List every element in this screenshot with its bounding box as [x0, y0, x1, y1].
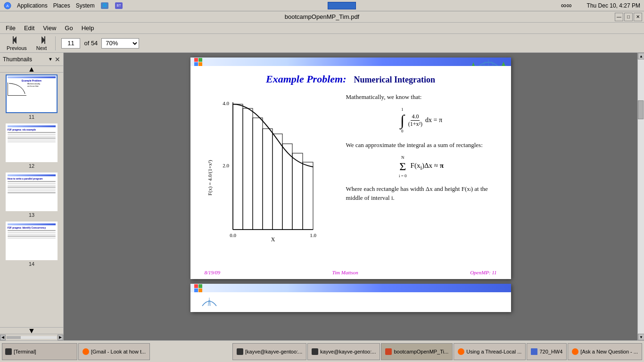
svg-rect-28 [272, 134, 282, 230]
taskbar: [Terminal] [Gmail - Look at how t... [ka… [0, 340, 644, 362]
hscroll-thumb [7, 336, 21, 339]
hscroll-right[interactable]: ▶ [58, 335, 63, 340]
taskbar-gmail[interactable]: [Gmail - Look at how t... [78, 343, 150, 360]
integration-graph: F(x) = 4.0/(1+x²) X 4.0 2.0 0.0 1.0 [205, 93, 327, 248]
terminal-icon [5, 348, 12, 355]
toolbar-sep-1 [55, 36, 56, 50]
right-scrollbar[interactable]: ▲ ▼ [637, 53, 644, 340]
thumbnails-close[interactable]: ✕ [55, 56, 60, 63]
main-area: Thumbnails ▼ ✕ ▲ Example Problem [0, 53, 644, 340]
apps-menu[interactable]: Applications [17, 2, 48, 9]
thumbnail-11[interactable]: Example Problem Mathematically, we know … [2, 74, 61, 120]
minimize-button[interactable]: — [615, 13, 623, 21]
hscroll-left[interactable]: ◀ [0, 335, 6, 340]
vscroll-track [638, 59, 644, 334]
thumb-hscroll[interactable]: ◀ ▶ [0, 334, 63, 340]
pdf-page-11: Example Problem: Numerical Integration F… [190, 58, 511, 279]
pdf-viewer[interactable]: Example Problem: Numerical Integration F… [64, 53, 637, 340]
thumb-img-14: F2F pragma: Identify Concurrency [6, 222, 58, 260]
vscroll-down[interactable]: ▼ [638, 334, 644, 340]
menu-view[interactable]: View [39, 24, 60, 33]
vscroll-thumb [638, 100, 644, 119]
hscroll-track [7, 336, 57, 339]
taskbar-label-2: bootcampOpenMP_Ti... [394, 349, 448, 354]
thumb-img-13: How to write a parallel program [6, 173, 58, 211]
taskbar-item-3[interactable]: Using a Thread-Local ... [454, 343, 526, 360]
term-icon-0 [237, 348, 243, 355]
page-graph-area: F(x) = 4.0/(1+x²) X 4.0 2.0 0.0 1.0 [205, 93, 337, 250]
thumb-scroll-up[interactable]: ▲ [0, 66, 63, 73]
toolbar: Previous Next of 54 70% 50% 100% 150% [0, 34, 644, 53]
ff-icon-5 [572, 348, 578, 355]
where-text: Where each rectangle has width Δx and he… [346, 185, 497, 202]
gmail-label: [Gmail - Look at how t... [91, 349, 146, 354]
top-task-indicator [328, 2, 356, 9]
ff-icon-3 [458, 348, 464, 355]
thumbnails-label[interactable]: Thumbnails [3, 56, 48, 63]
title-bar: bootcampOpenMP_Tim.pdf — □ ✕ [0, 11, 644, 23]
zoom-select[interactable]: 70% 50% 100% 150% [101, 38, 139, 49]
page-header-logo [470, 58, 507, 66]
svg-rect-7 [13, 36, 14, 44]
page-content: F(x) = 4.0/(1+x²) X 4.0 2.0 0.0 1.0 [205, 93, 497, 250]
thumbnail-14[interactable]: F2F pragma: Identify Concurrency 14 [2, 222, 61, 267]
maximize-button[interactable]: □ [624, 13, 633, 21]
next-page-content [190, 292, 511, 310]
places-menu[interactable]: Places [53, 2, 70, 9]
page-footer: 8/19/09 Tim Mattson OpenMP: 11 [205, 270, 497, 275]
taskbar-terminal[interactable]: [Terminal] [2, 343, 77, 360]
thumbnail-13[interactable]: How to write a parallel program 13 [2, 173, 61, 218]
taskbar-label-3: Using a Thread-Local ... [466, 349, 521, 354]
terminal-label: [Terminal] [14, 349, 36, 354]
pdf-icon-2 [385, 348, 392, 355]
page-total: of 54 [84, 40, 98, 47]
svg-rect-9 [44, 36, 45, 44]
bluetooth-icon: BT [115, 2, 123, 9]
next-icon [37, 35, 46, 45]
svg-marker-14 [472, 62, 475, 66]
gmail-icon [83, 348, 89, 355]
doc-icon-4 [531, 348, 537, 355]
footer-slide: OpenMP: 11 [470, 270, 496, 275]
integral-formula: 1 ∫ 0 4.0 (1+x²) dx = π [346, 107, 497, 133]
taskbar-label-1: kayve@kayve-gentoo:... [320, 349, 376, 354]
thumb-num-13: 13 [29, 212, 34, 218]
top-center [131, 2, 553, 9]
prev-button[interactable]: Previous [4, 34, 30, 52]
svg-line-13 [492, 61, 493, 66]
thumbnail-12[interactable]: F2F pragma: n/a example 12 [2, 123, 61, 169]
system-bar-left: A Applications Places System 🌐 BT [4, 2, 123, 9]
thumbnails-scroll[interactable]: Example Problem Mathematically, we know … [0, 73, 63, 327]
menu-help[interactable]: Help [78, 24, 98, 33]
approx-text: We can approximate the integral as a sum… [346, 141, 497, 149]
svg-rect-25 [243, 108, 253, 230]
svg-text:4.0: 4.0 [223, 100, 229, 106]
taskbar-item-5[interactable]: [Ask a New Question - ... [568, 343, 642, 360]
vscroll-up[interactable]: ▲ [638, 53, 644, 59]
page-header-stripe [190, 58, 511, 66]
taskbar-item-2[interactable]: bootcampOpenMP_Ti... [381, 343, 453, 360]
taskbar-item-0[interactable]: [kayve@kayve-gentoo:... [232, 343, 306, 360]
svg-rect-26 [253, 118, 263, 230]
svg-rect-29 [282, 144, 292, 230]
pdf-page-12-partial [190, 284, 511, 312]
thumb-scroll-down[interactable]: ▼ [0, 327, 63, 334]
close-button[interactable]: ✕ [634, 13, 642, 21]
menu-go[interactable]: Go [61, 24, 76, 33]
next-page-logo [200, 294, 219, 308]
system-menu[interactable]: System [76, 2, 95, 9]
page-math-text: Mathematically, we know that: 1 ∫ 0 [346, 93, 497, 250]
next-button[interactable]: Next [33, 34, 50, 52]
svg-line-11 [484, 61, 485, 66]
svg-rect-31 [303, 162, 313, 230]
menu-edit[interactable]: Edit [20, 24, 38, 33]
svg-line-32 [208, 300, 209, 306]
prev-icon [12, 35, 21, 45]
taskbar-item-1[interactable]: kayve@kayve-gentoo:... [307, 343, 380, 360]
page-number-input[interactable] [61, 38, 80, 49]
taskbar-item-4[interactable]: 720_HW4 [527, 343, 567, 360]
svg-text:BT: BT [116, 4, 121, 7]
menu-file[interactable]: File [2, 24, 19, 33]
thumb-img-12: F2F pragma: n/a example [6, 123, 58, 162]
taskbar-label-4: 720_HW4 [539, 349, 562, 354]
